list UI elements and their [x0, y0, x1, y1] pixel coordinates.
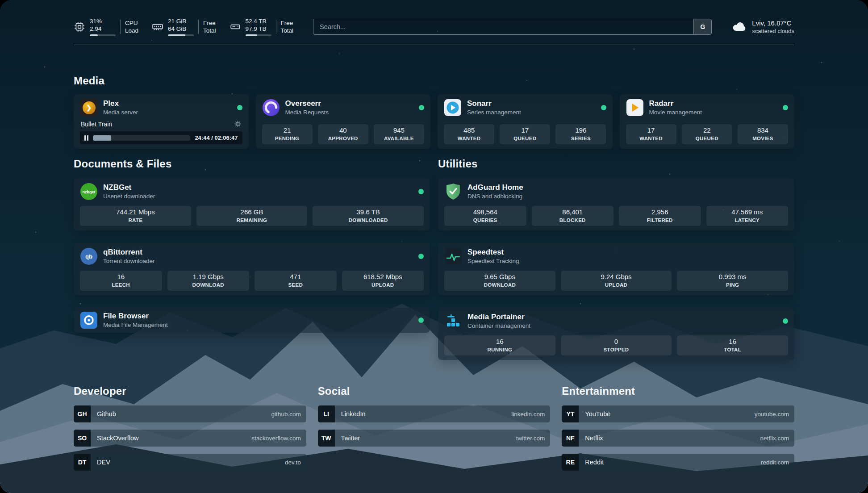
portainer-stats: 16RUNNING0STOPPED16TOTAL — [444, 330, 788, 355]
weather-location: Lviv, 16.87°C — [752, 19, 794, 27]
radarr-icon — [626, 99, 644, 117]
cpu-widget: 31% 2.94 CPU Load — [74, 17, 138, 36]
stat-label: LATENCY — [708, 217, 787, 223]
dashboard-content: 31% 2.94 CPU Load — [0, 0, 868, 493]
bookmark-name: Github — [97, 410, 116, 418]
stat-label: FILTERED — [621, 217, 699, 223]
stat-tile: 47.569 msLATENCY — [706, 206, 789, 226]
stat-value: 16 — [446, 338, 554, 346]
card-portainer[interactable]: Media Portainer Container management 16R… — [438, 308, 794, 360]
plex-now-playing: Bullet Train 24:44 / 02:06:47 — [80, 117, 242, 144]
disk-label-2: Total — [281, 27, 294, 34]
stat-tile: 21PENDING — [262, 124, 313, 144]
stat-tile: 86,401BLOCKED — [532, 206, 614, 226]
playback-bar: 24:44 / 02:06:47 — [80, 131, 242, 144]
card-sonarr[interactable]: Sonarr Series management 485WANTED17QUEU… — [438, 94, 613, 149]
stat-value: 1.19 Gbps — [169, 273, 248, 281]
bookmark-twitter[interactable]: TWTwittertwitter.com — [318, 430, 551, 447]
bookmark-netflix[interactable]: NFNetflixnetflix.com — [562, 430, 794, 447]
divider — [276, 20, 276, 34]
bookmark-url: youtube.com — [755, 411, 789, 418]
media-grid: ❯ Plex Media server Bullet Train — [74, 94, 794, 149]
card-filebrowser[interactable]: File Browser Media File Management — [74, 308, 430, 333]
memory-icon — [152, 21, 163, 33]
disk-icon — [230, 21, 241, 33]
pause-icon — [84, 135, 88, 141]
stat-label: PING — [679, 282, 786, 288]
card-title: Sonarr — [467, 99, 521, 108]
card-overseerr[interactable]: Overseerr Media Requests 21PENDING40APPR… — [256, 94, 431, 149]
bookmark-icon: NF — [562, 430, 579, 447]
card-speedtest[interactable]: Speedtest Speedtest Tracking 9.65 GbpsDO… — [438, 243, 794, 295]
search-provider-button[interactable]: G — [693, 19, 711, 34]
nzbget-icon: nzbget — [80, 183, 98, 201]
radarr-stats: 17WANTED22QUEUED834MOVIES — [626, 119, 789, 144]
card-adguard[interactable]: AdGuard Home DNS and adblocking 498,564Q… — [438, 178, 794, 230]
stat-tile: 834MOVIES — [738, 124, 788, 144]
bookmark-github[interactable]: GHGithubgithub.com — [74, 405, 306, 422]
stat-label: SERIES — [557, 136, 604, 142]
bookmark-url: twitter.com — [516, 435, 545, 442]
stat-value: 196 — [557, 126, 604, 134]
stat-value: 498,564 — [446, 208, 525, 216]
bookmark-url: reddit.com — [761, 459, 789, 466]
card-subtitle: Container management — [467, 322, 530, 330]
stat-label: LEECH — [82, 282, 160, 288]
stat-value: 9.65 Gbps — [446, 273, 554, 281]
bookmark-dev[interactable]: DTDEVdev.to — [74, 454, 306, 471]
stat-value: 16 — [82, 273, 160, 281]
bookmark-name: YouTube — [585, 410, 610, 418]
bookmark-stackoverflow[interactable]: SOStackOverflowstackoverflow.com — [74, 430, 306, 447]
status-dot — [418, 318, 424, 323]
status-dot — [418, 189, 424, 194]
stat-value: 471 — [256, 273, 335, 281]
bookmark-linkedin[interactable]: LILinkedInlinkedin.com — [318, 405, 551, 422]
bookmark-youtube[interactable]: YTYouTubeyoutube.com — [562, 405, 794, 422]
stat-tile: 22QUEUED — [682, 124, 732, 144]
section-media: Media ❯ Plex Media server — [74, 75, 794, 149]
stat-value: 0.993 ms — [679, 273, 786, 281]
card-title: AdGuard Home — [467, 183, 523, 192]
card-title: Radarr — [649, 99, 702, 108]
cpu-bar — [90, 34, 116, 36]
stat-tile: 40APPROVED — [318, 124, 368, 144]
stat-tile: 266 GBREMAINING — [196, 206, 308, 226]
bookmark-reddit[interactable]: RERedditreddit.com — [562, 454, 794, 471]
bookmark-list-developer: GHGithubgithub.comSOStackOverflowstackov… — [74, 405, 306, 471]
stat-tile: 16RUNNING — [444, 335, 555, 355]
stat-tile: 744.21 MbpsRATE — [80, 206, 191, 226]
search-bar: G — [313, 19, 712, 35]
stat-tile: 0.993 msPING — [677, 271, 788, 291]
card-subtitle: Torrent downloader — [103, 258, 155, 265]
disk-label-1: Free — [281, 19, 294, 27]
stat-tile: 0STOPPED — [561, 335, 672, 355]
cpu-label-2: Load — [125, 27, 138, 34]
section-title-entertainment: Entertainment — [562, 385, 794, 397]
nzbget-stats: 744.21 MbpsRATE266 GBREMAINING39.6 TBDOW… — [80, 201, 424, 226]
stat-value: 22 — [684, 126, 730, 134]
bookmark-name: Reddit — [585, 459, 604, 466]
card-qbittorrent[interactable]: qb qBittorrent Torrent downloader 16LEEC… — [74, 243, 430, 295]
stat-label: WANTED — [628, 136, 675, 142]
search-input[interactable] — [313, 19, 693, 34]
card-nzbget[interactable]: nzbget NZBGet Usenet downloader 744.21 M… — [74, 178, 430, 230]
stat-label: QUERIES — [446, 217, 525, 223]
stat-label: DOWNLOAD — [446, 282, 554, 288]
plex-icon: ❯ — [80, 99, 98, 117]
cloud-icon — [731, 19, 747, 35]
bookmarks-social: Social LILinkedInlinkedin.comTWTwittertw… — [318, 385, 551, 478]
card-radarr[interactable]: Radarr Movie management 17WANTED22QUEUED… — [620, 94, 795, 149]
section-utilities: Utilities — [438, 158, 794, 360]
bookmark-name: DEV — [97, 459, 110, 466]
bookmark-url: dev.to — [285, 459, 301, 466]
card-subtitle: Usenet downloader — [103, 193, 155, 200]
stat-value: 21 — [264, 126, 311, 134]
card-plex[interactable]: ❯ Plex Media server Bullet Train — [74, 94, 249, 149]
stat-label: DOWNLOAD — [169, 282, 248, 288]
stat-value: 47.569 ms — [708, 208, 787, 216]
stat-tile: 16LEECH — [80, 271, 162, 291]
bookmark-icon: RE — [562, 454, 579, 471]
gear-icon[interactable] — [234, 120, 242, 128]
stat-label: RUNNING — [446, 347, 554, 353]
stat-tile: 39.6 TBDOWNLOADED — [313, 206, 424, 226]
